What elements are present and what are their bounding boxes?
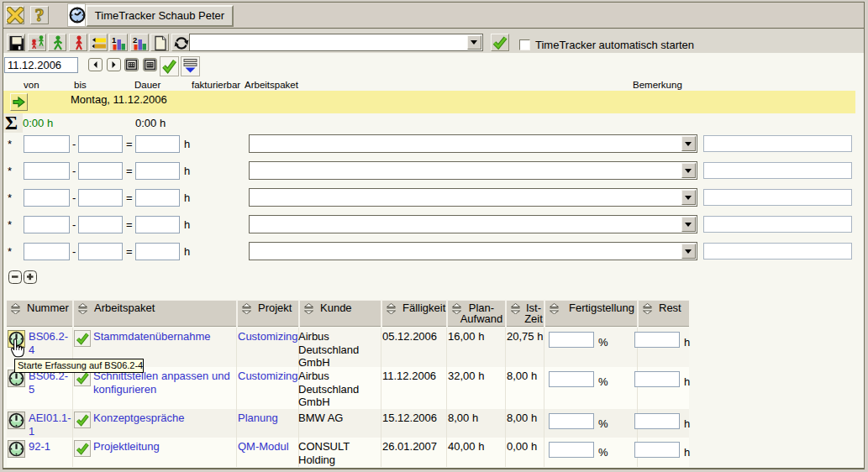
svg-text:1: 1 bbox=[112, 35, 117, 45]
svg-text:?: ? bbox=[35, 7, 45, 24]
svg-text:2: 2 bbox=[133, 35, 137, 45]
